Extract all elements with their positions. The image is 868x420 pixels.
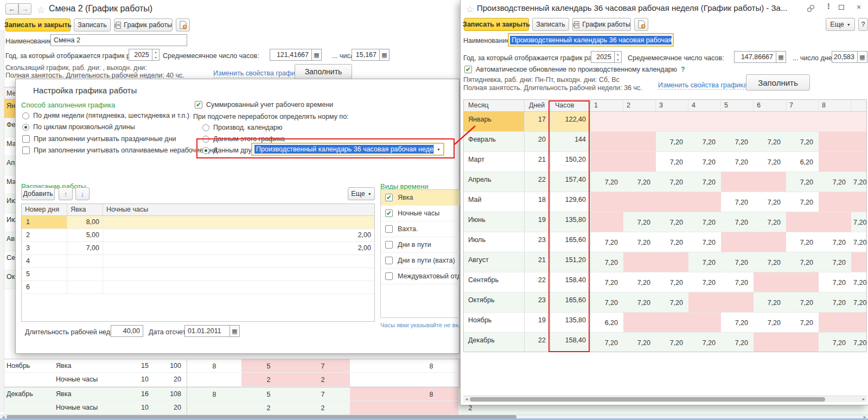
day-cell[interactable]: 7,20 bbox=[688, 132, 721, 151]
day-cell[interactable]: 7,20 bbox=[623, 212, 656, 232]
scrollbar-thumb[interactable] bbox=[470, 397, 825, 402]
day-cell[interactable]: 7,20 bbox=[656, 132, 688, 151]
table-row[interactable]: Ноябрь 19 135,80 6,207,207,207,20 bbox=[464, 313, 866, 333]
year-spinner[interactable]: ▲▼ bbox=[615, 51, 622, 63]
day-cell[interactable] bbox=[851, 132, 866, 151]
day-cell[interactable]: 2 bbox=[296, 373, 350, 386]
link-icon[interactable] bbox=[807, 4, 815, 12]
day-cell[interactable] bbox=[819, 152, 851, 171]
name-input[interactable]: Производственный календарь 36 часовая ра… bbox=[508, 33, 674, 47]
num-days-input[interactable]: 15,167 bbox=[352, 49, 380, 61]
calendar-icon[interactable]: ▦ bbox=[230, 325, 240, 337]
day-cell[interactable] bbox=[786, 272, 819, 292]
day-cell[interactable]: 7,20 bbox=[656, 212, 688, 232]
week-length-input[interactable]: 40,00 bbox=[111, 325, 143, 337]
day-cell[interactable]: 7,20 bbox=[623, 232, 656, 252]
close-icon[interactable]: × bbox=[857, 3, 861, 11]
checkbox-holidays[interactable]: При заполнении учитывать праздничные дни bbox=[22, 135, 176, 143]
checkbox-icon[interactable] bbox=[385, 257, 393, 264]
checkbox-icon[interactable] bbox=[385, 272, 393, 280]
save-button[interactable]: Записать bbox=[532, 18, 569, 31]
table-row[interactable]: Апрель 22 157,40 7,207,207,207,207,207,2… bbox=[464, 172, 866, 192]
day-cell[interactable] bbox=[721, 232, 754, 252]
day-cell[interactable]: 7,20 bbox=[754, 313, 786, 332]
day-cell[interactable] bbox=[688, 112, 721, 131]
day-cell[interactable] bbox=[404, 401, 458, 415]
checkbox-paid-nonworking[interactable]: При заполнении учитывать оплачиваемые не… bbox=[22, 147, 217, 154]
day-cell[interactable] bbox=[851, 112, 866, 131]
day-cell[interactable]: 7,20 bbox=[688, 232, 721, 252]
table-row[interactable]: Январь 17 122,40 bbox=[464, 112, 866, 132]
start-date-input[interactable]: 01.01.2011 bbox=[184, 325, 230, 337]
day-cell[interactable]: 7,20 bbox=[591, 232, 623, 252]
day-cell[interactable]: 7,20 bbox=[721, 212, 754, 232]
day-cell[interactable]: 7,20 bbox=[721, 333, 754, 352]
day-cell[interactable]: 7,20 bbox=[623, 272, 656, 292]
day-cell[interactable]: 8 bbox=[404, 387, 458, 400]
table-row[interactable]: 2 5,00 2,00 bbox=[22, 229, 374, 242]
day-cell[interactable] bbox=[591, 152, 623, 171]
day-cell[interactable] bbox=[688, 313, 721, 332]
day-cell[interactable]: 7,20 bbox=[721, 313, 754, 332]
more-button[interactable]: Еще▼ bbox=[826, 18, 855, 31]
table-row[interactable]: 3 7,00 2,00 bbox=[22, 242, 374, 255]
day-cell[interactable]: 7,20 bbox=[851, 232, 866, 252]
day-cell[interactable]: 7,20 bbox=[819, 292, 851, 312]
table-row[interactable]: 6 bbox=[22, 281, 374, 294]
day-cell[interactable] bbox=[404, 373, 458, 386]
day-cell[interactable] bbox=[623, 132, 656, 151]
radio-by-cycles[interactable]: По циклам произвольной длины bbox=[22, 123, 135, 131]
day-cell[interactable]: 8 bbox=[187, 387, 241, 400]
day-cell[interactable] bbox=[623, 152, 656, 171]
day-cell[interactable]: 7,20 bbox=[623, 172, 656, 192]
day-cell[interactable]: 7,20 bbox=[656, 152, 688, 171]
day-cell[interactable] bbox=[656, 252, 688, 272]
day-cell[interactable]: 7,20 bbox=[786, 192, 819, 212]
create-based-on-button[interactable] bbox=[176, 18, 190, 31]
day-cell[interactable] bbox=[754, 272, 786, 292]
day-cell[interactable] bbox=[851, 152, 866, 171]
day-cell[interactable]: 7,20 bbox=[851, 292, 866, 312]
day-cell[interactable]: 7,20 bbox=[688, 152, 721, 171]
day-cell[interactable]: 6,20 bbox=[591, 313, 623, 332]
day-cell[interactable] bbox=[688, 192, 721, 212]
checkbox-icon[interactable]: ✔ bbox=[385, 194, 393, 201]
day-cell[interactable] bbox=[623, 313, 656, 332]
day-cell[interactable] bbox=[819, 112, 851, 131]
year-input[interactable]: 2025 bbox=[591, 51, 615, 63]
day-cell[interactable]: 7,20 bbox=[786, 172, 819, 192]
day-cell[interactable] bbox=[623, 252, 656, 272]
day-cell[interactable]: 6,20 bbox=[786, 152, 819, 171]
day-cell[interactable]: 7,20 bbox=[819, 172, 851, 192]
scroll-right-icon[interactable]: ► bbox=[860, 397, 867, 401]
day-cell[interactable] bbox=[721, 292, 754, 312]
day-cell[interactable] bbox=[721, 112, 754, 131]
day-cell[interactable] bbox=[819, 313, 851, 332]
day-cell[interactable]: 7,20 bbox=[786, 313, 819, 332]
table-row[interactable]: Май 18 129,60 7,207,207,20 bbox=[464, 192, 866, 212]
day-cell[interactable] bbox=[754, 112, 786, 131]
day-cell[interactable]: 7,20 bbox=[656, 232, 688, 252]
day-cell[interactable]: 2 bbox=[296, 401, 350, 415]
day-cell[interactable]: 7,20 bbox=[623, 333, 656, 352]
chevron-down-icon[interactable]: ▼ bbox=[433, 144, 443, 155]
change-properties-link[interactable]: Изменить свойства графика... bbox=[213, 69, 308, 78]
create-based-on-button[interactable] bbox=[634, 18, 648, 31]
day-cell[interactable]: 7,20 bbox=[851, 172, 866, 192]
day-cell[interactable]: 7,20 bbox=[786, 232, 819, 252]
day-cell[interactable]: 7,20 bbox=[754, 212, 786, 232]
checkbox-icon[interactable]: ✔ bbox=[385, 209, 393, 217]
table-row[interactable]: Март 21 150,20 7,207,207,207,206,20 bbox=[464, 152, 866, 172]
avg-hours-input[interactable]: 147,86667 bbox=[734, 51, 776, 63]
day-cell[interactable]: 7,20 bbox=[721, 132, 754, 151]
day-cell[interactable]: 7,20 bbox=[721, 152, 754, 171]
table-row[interactable]: Июль 23 165,60 7,207,207,207,207,207,207… bbox=[464, 232, 866, 252]
day-cell[interactable]: 7,20 bbox=[688, 252, 721, 272]
day-cell[interactable] bbox=[851, 313, 866, 332]
change-properties-link[interactable]: Изменить свойства графика... bbox=[658, 81, 752, 90]
day-cell[interactable] bbox=[819, 132, 851, 151]
day-cell[interactable]: 2 bbox=[241, 373, 296, 386]
radio-by-weekdays[interactable]: По дням недели (пятидневка, шестидневка … bbox=[22, 112, 189, 119]
checkbox-summary-accounting[interactable]: ✔Суммированный учет рабочего времени bbox=[195, 101, 333, 109]
day-cell[interactable] bbox=[623, 112, 656, 131]
